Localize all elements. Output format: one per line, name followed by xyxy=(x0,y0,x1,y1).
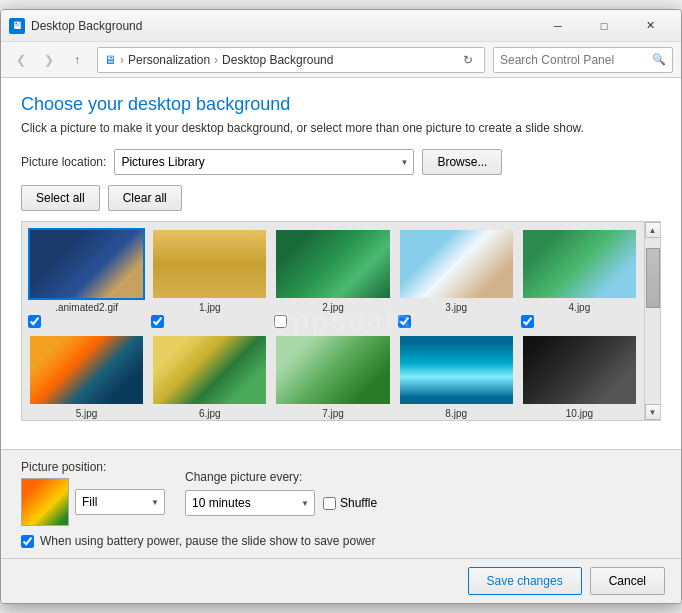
select-clear-row: Select all Clear all xyxy=(21,185,661,211)
change-every-section: Change picture every: 10 seconds 30 seco… xyxy=(185,470,377,516)
main-content: Choose your desktop background Click a p… xyxy=(1,78,681,449)
image-thumbnail xyxy=(28,334,145,406)
scroll-down-button[interactable]: ▼ xyxy=(645,404,661,420)
back-button[interactable]: ❮ xyxy=(9,48,33,72)
save-changes-button[interactable]: Save changes xyxy=(468,567,582,595)
up-button[interactable]: ↑ xyxy=(65,48,89,72)
image-checkbox[interactable] xyxy=(398,315,411,328)
change-every-label: Change picture every: xyxy=(185,470,377,484)
picture-position-select[interactable]: Fill Fit Stretch Tile Center Span xyxy=(75,489,165,515)
refresh-button[interactable]: ↻ xyxy=(458,50,478,70)
image-filename: 4.jpg xyxy=(569,302,591,313)
bottom-settings: Picture position: Fill Fit Stretch Tile … xyxy=(1,449,681,558)
image-checkbox[interactable] xyxy=(28,315,41,328)
image-filename: 3.jpg xyxy=(445,302,467,313)
title-bar: 🖥 Desktop Background ─ □ ✕ xyxy=(1,10,681,42)
cancel-button[interactable]: Cancel xyxy=(590,567,665,595)
address-bar: 🖥 › Personalization › Desktop Background… xyxy=(97,47,485,73)
browse-button[interactable]: Browse... xyxy=(422,149,502,175)
image-thumbnail xyxy=(151,334,268,406)
scroll-track xyxy=(645,238,660,404)
shuffle-label[interactable]: Shuffle xyxy=(340,496,377,510)
main-window: 🖥 Desktop Background ─ □ ✕ ❮ ❯ ↑ 🖥 › Per… xyxy=(0,9,682,604)
list-item[interactable]: 10.jpg xyxy=(519,332,640,420)
image-checkbox[interactable] xyxy=(151,315,164,328)
image-thumbnail xyxy=(274,334,391,406)
image-thumbnail xyxy=(521,228,638,300)
image-thumbnail xyxy=(521,334,638,406)
list-item[interactable]: 5.jpg xyxy=(26,332,147,420)
image-filename: 10.jpg xyxy=(566,408,593,419)
scroll-thumb[interactable] xyxy=(646,248,660,308)
image-thumbnail xyxy=(398,228,515,300)
position-select-wrapper: Fill Fit Stretch Tile Center Span ▼ xyxy=(75,489,165,515)
forward-button[interactable]: ❯ xyxy=(37,48,61,72)
image-thumbnail xyxy=(398,334,515,406)
image-filename: 1.jpg xyxy=(199,302,221,313)
select-all-button[interactable]: Select all xyxy=(21,185,100,211)
shuffle-row: Shuffle xyxy=(323,496,377,510)
picture-position-section: Picture position: Fill Fit Stretch Tile … xyxy=(21,460,165,526)
scroll-up-button[interactable]: ▲ xyxy=(645,222,661,238)
breadcrumb: 🖥 › Personalization › Desktop Background xyxy=(104,53,458,67)
window-title: Desktop Background xyxy=(31,19,535,33)
image-thumbnail xyxy=(28,228,145,300)
battery-label[interactable]: When using battery power, pause the slid… xyxy=(40,534,376,548)
position-row: Fill Fit Stretch Tile Center Span ▼ xyxy=(21,478,165,526)
search-box: 🔍 xyxy=(493,47,673,73)
battery-row: When using battery power, pause the slid… xyxy=(21,534,661,548)
window-icon: 🖥 xyxy=(9,18,25,34)
image-filename: 5.jpg xyxy=(76,408,98,419)
image-filename: 2.jpg xyxy=(322,302,344,313)
breadcrumb-item-home[interactable]: 🖥 xyxy=(104,53,116,67)
list-item[interactable]: 7.jpg xyxy=(272,332,393,420)
image-filename: 6.jpg xyxy=(199,408,221,419)
list-item[interactable]: 3.jpg xyxy=(396,226,517,330)
page-description: Click a picture to make it your desktop … xyxy=(21,121,661,135)
image-thumbnail xyxy=(151,228,268,300)
picture-position-label: Picture position: xyxy=(21,460,165,474)
breadcrumb-desktop-background[interactable]: Desktop Background xyxy=(222,53,333,67)
search-icon[interactable]: 🔍 xyxy=(652,53,666,66)
picture-location-row: Picture location: Pictures Library Windo… xyxy=(21,149,661,175)
image-thumbnail xyxy=(274,228,391,300)
list-item[interactable]: 2.jpg xyxy=(272,226,393,330)
picture-location-select[interactable]: Pictures Library Windows Desktop Backgro… xyxy=(114,149,414,175)
clear-all-button[interactable]: Clear all xyxy=(108,185,182,211)
image-grid: .animated2.gif 1.jpg 2.jpg xyxy=(22,222,644,420)
image-filename: .animated2.gif xyxy=(55,302,118,313)
shuffle-checkbox[interactable] xyxy=(323,497,336,510)
image-checkbox[interactable] xyxy=(521,315,534,328)
page-title: Choose your desktop background xyxy=(21,94,661,115)
image-filename: 7.jpg xyxy=(322,408,344,419)
interval-select[interactable]: 10 seconds 30 seconds 1 minute 2 minutes… xyxy=(185,490,315,516)
maximize-button[interactable]: □ xyxy=(581,10,627,42)
scrollbar: ▲ ▼ xyxy=(644,222,660,420)
list-item[interactable]: .animated2.gif xyxy=(26,226,147,330)
battery-checkbox[interactable] xyxy=(21,535,34,548)
interval-select-wrapper: 10 seconds 30 seconds 1 minute 2 minutes… xyxy=(185,490,315,516)
close-button[interactable]: ✕ xyxy=(627,10,673,42)
image-checkbox[interactable] xyxy=(274,315,287,328)
picture-location-label: Picture location: xyxy=(21,155,106,169)
window-controls: ─ □ ✕ xyxy=(535,10,673,42)
footer: Save changes Cancel xyxy=(1,558,681,603)
list-item[interactable]: 6.jpg xyxy=(149,332,270,420)
image-filename: 8.jpg xyxy=(445,408,467,419)
image-grid-container: .animated2.gif 1.jpg 2.jpg xyxy=(21,221,661,421)
position-thumbnail xyxy=(21,478,69,526)
change-every-row: 10 seconds 30 seconds 1 minute 2 minutes… xyxy=(185,490,377,516)
list-item[interactable]: 8.jpg xyxy=(396,332,517,420)
list-item[interactable]: 1.jpg xyxy=(149,226,270,330)
list-item[interactable]: 4.jpg xyxy=(519,226,640,330)
settings-row: Picture position: Fill Fit Stretch Tile … xyxy=(21,460,661,526)
breadcrumb-personalization[interactable]: Personalization xyxy=(128,53,210,67)
picture-location-select-wrapper: Pictures Library Windows Desktop Backgro… xyxy=(114,149,414,175)
search-input[interactable] xyxy=(500,53,652,67)
nav-bar: ❮ ❯ ↑ 🖥 › Personalization › Desktop Back… xyxy=(1,42,681,78)
minimize-button[interactable]: ─ xyxy=(535,10,581,42)
